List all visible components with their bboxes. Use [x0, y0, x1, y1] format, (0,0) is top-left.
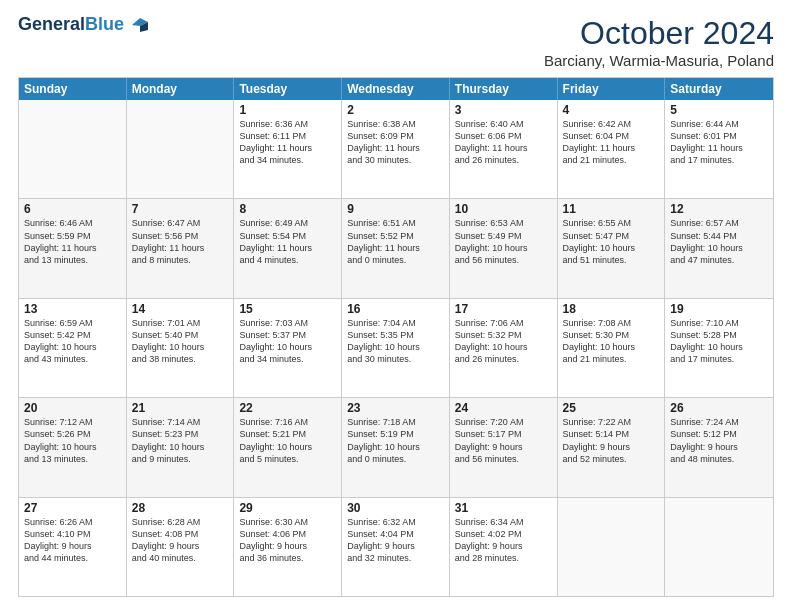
day-header-monday: Monday	[127, 78, 235, 100]
day-cell-15: 15Sunrise: 7:03 AM Sunset: 5:37 PM Dayli…	[234, 299, 342, 397]
calendar-row-2: 6Sunrise: 6:46 AM Sunset: 5:59 PM Daylig…	[19, 199, 773, 298]
day-info: Sunrise: 6:34 AM Sunset: 4:02 PM Dayligh…	[455, 517, 524, 563]
day-header-thursday: Thursday	[450, 78, 558, 100]
day-cell-23: 23Sunrise: 7:18 AM Sunset: 5:19 PM Dayli…	[342, 398, 450, 496]
main-title: October 2024	[544, 15, 774, 52]
day-number: 1	[239, 103, 336, 117]
day-info: Sunrise: 6:40 AM Sunset: 6:06 PM Dayligh…	[455, 119, 528, 165]
day-header-tuesday: Tuesday	[234, 78, 342, 100]
day-info: Sunrise: 6:49 AM Sunset: 5:54 PM Dayligh…	[239, 218, 312, 264]
day-cell-16: 16Sunrise: 7:04 AM Sunset: 5:35 PM Dayli…	[342, 299, 450, 397]
day-info: Sunrise: 7:03 AM Sunset: 5:37 PM Dayligh…	[239, 318, 312, 364]
day-number: 18	[563, 302, 660, 316]
day-cell-17: 17Sunrise: 7:06 AM Sunset: 5:32 PM Dayli…	[450, 299, 558, 397]
day-info: Sunrise: 7:06 AM Sunset: 5:32 PM Dayligh…	[455, 318, 528, 364]
day-info: Sunrise: 7:22 AM Sunset: 5:14 PM Dayligh…	[563, 417, 632, 463]
day-cell-1: 1Sunrise: 6:36 AM Sunset: 6:11 PM Daylig…	[234, 100, 342, 198]
day-info: Sunrise: 7:18 AM Sunset: 5:19 PM Dayligh…	[347, 417, 420, 463]
day-info: Sunrise: 6:42 AM Sunset: 6:04 PM Dayligh…	[563, 119, 636, 165]
day-info: Sunrise: 7:10 AM Sunset: 5:28 PM Dayligh…	[670, 318, 743, 364]
day-cell-25: 25Sunrise: 7:22 AM Sunset: 5:14 PM Dayli…	[558, 398, 666, 496]
day-info: Sunrise: 6:55 AM Sunset: 5:47 PM Dayligh…	[563, 218, 636, 264]
day-number: 26	[670, 401, 768, 415]
empty-cell	[558, 498, 666, 596]
day-number: 14	[132, 302, 229, 316]
day-number: 13	[24, 302, 121, 316]
day-info: Sunrise: 7:08 AM Sunset: 5:30 PM Dayligh…	[563, 318, 636, 364]
day-info: Sunrise: 7:01 AM Sunset: 5:40 PM Dayligh…	[132, 318, 205, 364]
day-info: Sunrise: 6:59 AM Sunset: 5:42 PM Dayligh…	[24, 318, 97, 364]
day-number: 8	[239, 202, 336, 216]
empty-cell	[665, 498, 773, 596]
day-number: 23	[347, 401, 444, 415]
day-number: 6	[24, 202, 121, 216]
day-cell-10: 10Sunrise: 6:53 AM Sunset: 5:49 PM Dayli…	[450, 199, 558, 297]
day-cell-8: 8Sunrise: 6:49 AM Sunset: 5:54 PM Daylig…	[234, 199, 342, 297]
day-cell-20: 20Sunrise: 7:12 AM Sunset: 5:26 PM Dayli…	[19, 398, 127, 496]
day-number: 12	[670, 202, 768, 216]
calendar: SundayMondayTuesdayWednesdayThursdayFrid…	[18, 77, 774, 597]
day-number: 11	[563, 202, 660, 216]
day-info: Sunrise: 7:04 AM Sunset: 5:35 PM Dayligh…	[347, 318, 420, 364]
day-cell-27: 27Sunrise: 6:26 AM Sunset: 4:10 PM Dayli…	[19, 498, 127, 596]
logo: GeneralBlue	[18, 15, 148, 35]
day-cell-13: 13Sunrise: 6:59 AM Sunset: 5:42 PM Dayli…	[19, 299, 127, 397]
calendar-row-4: 20Sunrise: 7:12 AM Sunset: 5:26 PM Dayli…	[19, 398, 773, 497]
day-info: Sunrise: 6:30 AM Sunset: 4:06 PM Dayligh…	[239, 517, 308, 563]
day-number: 4	[563, 103, 660, 117]
day-cell-5: 5Sunrise: 6:44 AM Sunset: 6:01 PM Daylig…	[665, 100, 773, 198]
day-info: Sunrise: 7:24 AM Sunset: 5:12 PM Dayligh…	[670, 417, 739, 463]
day-number: 15	[239, 302, 336, 316]
logo-text-general: GeneralBlue	[18, 15, 124, 35]
day-cell-12: 12Sunrise: 6:57 AM Sunset: 5:44 PM Dayli…	[665, 199, 773, 297]
day-info: Sunrise: 6:32 AM Sunset: 4:04 PM Dayligh…	[347, 517, 416, 563]
day-cell-28: 28Sunrise: 6:28 AM Sunset: 4:08 PM Dayli…	[127, 498, 235, 596]
day-cell-21: 21Sunrise: 7:14 AM Sunset: 5:23 PM Dayli…	[127, 398, 235, 496]
day-number: 25	[563, 401, 660, 415]
day-header-saturday: Saturday	[665, 78, 773, 100]
day-cell-24: 24Sunrise: 7:20 AM Sunset: 5:17 PM Dayli…	[450, 398, 558, 496]
day-info: Sunrise: 7:16 AM Sunset: 5:21 PM Dayligh…	[239, 417, 312, 463]
day-info: Sunrise: 7:14 AM Sunset: 5:23 PM Dayligh…	[132, 417, 205, 463]
day-info: Sunrise: 6:36 AM Sunset: 6:11 PM Dayligh…	[239, 119, 312, 165]
day-info: Sunrise: 6:53 AM Sunset: 5:49 PM Dayligh…	[455, 218, 528, 264]
day-number: 20	[24, 401, 121, 415]
day-header-wednesday: Wednesday	[342, 78, 450, 100]
day-cell-9: 9Sunrise: 6:51 AM Sunset: 5:52 PM Daylig…	[342, 199, 450, 297]
day-cell-19: 19Sunrise: 7:10 AM Sunset: 5:28 PM Dayli…	[665, 299, 773, 397]
calendar-row-3: 13Sunrise: 6:59 AM Sunset: 5:42 PM Dayli…	[19, 299, 773, 398]
day-info: Sunrise: 7:20 AM Sunset: 5:17 PM Dayligh…	[455, 417, 524, 463]
calendar-row-5: 27Sunrise: 6:26 AM Sunset: 4:10 PM Dayli…	[19, 498, 773, 596]
logo-bird-icon	[126, 16, 148, 34]
day-info: Sunrise: 6:57 AM Sunset: 5:44 PM Dayligh…	[670, 218, 743, 264]
day-cell-26: 26Sunrise: 7:24 AM Sunset: 5:12 PM Dayli…	[665, 398, 773, 496]
day-number: 27	[24, 501, 121, 515]
day-number: 17	[455, 302, 552, 316]
day-header-friday: Friday	[558, 78, 666, 100]
page: GeneralBlue October 2024 Barciany, Warmi…	[0, 0, 792, 612]
day-number: 7	[132, 202, 229, 216]
header: GeneralBlue October 2024 Barciany, Warmi…	[18, 15, 774, 69]
day-number: 24	[455, 401, 552, 415]
day-cell-31: 31Sunrise: 6:34 AM Sunset: 4:02 PM Dayli…	[450, 498, 558, 596]
day-cell-30: 30Sunrise: 6:32 AM Sunset: 4:04 PM Dayli…	[342, 498, 450, 596]
day-cell-14: 14Sunrise: 7:01 AM Sunset: 5:40 PM Dayli…	[127, 299, 235, 397]
day-info: Sunrise: 6:38 AM Sunset: 6:09 PM Dayligh…	[347, 119, 420, 165]
day-info: Sunrise: 7:12 AM Sunset: 5:26 PM Dayligh…	[24, 417, 97, 463]
day-number: 9	[347, 202, 444, 216]
day-number: 30	[347, 501, 444, 515]
calendar-header: SundayMondayTuesdayWednesdayThursdayFrid…	[19, 78, 773, 100]
day-cell-11: 11Sunrise: 6:55 AM Sunset: 5:47 PM Dayli…	[558, 199, 666, 297]
day-number: 29	[239, 501, 336, 515]
day-number: 21	[132, 401, 229, 415]
day-number: 2	[347, 103, 444, 117]
day-number: 5	[670, 103, 768, 117]
title-block: October 2024 Barciany, Warmia-Masuria, P…	[544, 15, 774, 69]
day-number: 19	[670, 302, 768, 316]
day-cell-18: 18Sunrise: 7:08 AM Sunset: 5:30 PM Dayli…	[558, 299, 666, 397]
day-number: 10	[455, 202, 552, 216]
day-info: Sunrise: 6:51 AM Sunset: 5:52 PM Dayligh…	[347, 218, 420, 264]
day-cell-6: 6Sunrise: 6:46 AM Sunset: 5:59 PM Daylig…	[19, 199, 127, 297]
day-number: 28	[132, 501, 229, 515]
subtitle: Barciany, Warmia-Masuria, Poland	[544, 52, 774, 69]
